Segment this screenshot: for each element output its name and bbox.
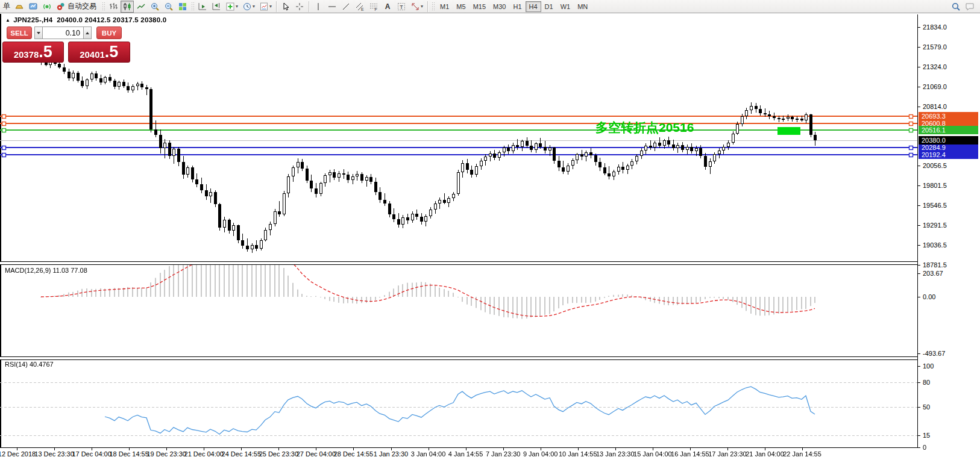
time-label: 10 Jan 14:55 <box>559 450 597 458</box>
periods-icon[interactable]: ▾ <box>240 1 257 13</box>
chart-shift-icon[interactable] <box>210 1 223 13</box>
volume-decrease-button[interactable] <box>34 26 43 39</box>
auto-scroll-icon[interactable] <box>196 1 209 13</box>
timeframe-W1[interactable]: W1 <box>557 1 574 12</box>
signals-icon[interactable] <box>40 1 54 13</box>
chevron-down-icon: ▾ <box>253 4 255 9</box>
time-label: 21 Dec 04:00 <box>184 450 224 458</box>
text-label-icon[interactable]: T <box>395 1 408 13</box>
axis-tick-label: 20814.0 <box>923 103 947 110</box>
trendline-icon[interactable] <box>339 1 353 13</box>
price-axis[interactable]: 21834.021579.021324.021069.020814.020056… <box>917 14 980 448</box>
autotrading-label: 自动交易 <box>66 1 98 11</box>
axis-tick-mark <box>918 407 920 408</box>
search-icon[interactable] <box>949 1 963 13</box>
candlestick-chart-icon[interactable] <box>121 1 134 13</box>
buy-button[interactable]: BUY <box>96 26 122 39</box>
time-label: 18 Dec 14:55 <box>109 450 148 458</box>
macd-indicator-label: MACD(12,26,9) 11.03 77.08 <box>5 267 87 274</box>
bar-chart-icon[interactable] <box>107 1 120 13</box>
sell-price-box[interactable]: 20378.5 <box>2 42 64 63</box>
volume-input[interactable] <box>43 26 83 39</box>
chart-ohlc-values: 20400.0 20412.5 20317.5 20380.0 <box>57 16 166 23</box>
buy-price-frac: .5 <box>105 43 119 61</box>
toolbar-separator <box>427 1 428 12</box>
time-label: 16 Jan 14:55 <box>671 450 709 458</box>
toolbar-grip <box>102 2 105 11</box>
buy-price-box[interactable]: 20401.5 <box>68 42 131 63</box>
time-label: 7 Jan 23:30 <box>486 450 521 458</box>
time-label: 9 Jan 04:00 <box>523 450 558 458</box>
fibonacci-icon[interactable]: F <box>367 1 380 13</box>
crosshair-icon[interactable] <box>293 1 306 13</box>
axis-tick-label: 0.00 <box>923 293 935 300</box>
sell-button[interactable]: SELL <box>7 26 32 39</box>
time-label: 27 Dec 04:00 <box>297 450 336 458</box>
timeframe-H1[interactable]: H1 <box>509 1 525 12</box>
time-label: 28 Dec 14:55 <box>334 450 373 458</box>
panel-expander-icon[interactable]: ▲ <box>5 17 10 23</box>
text-icon[interactable]: A <box>381 1 394 13</box>
gold-ingot-icon[interactable] <box>13 1 26 13</box>
time-label: 25 Dec 23:30 <box>259 450 298 458</box>
templates-icon[interactable]: ▾ <box>257 1 274 13</box>
chart-profile-icon[interactable] <box>27 1 40 13</box>
vertical-line-icon[interactable] <box>312 1 325 13</box>
axis-tick-label: 19291.5 <box>923 222 947 229</box>
axis-tick-mark <box>918 205 920 206</box>
axis-tick-label: 50 <box>923 403 930 411</box>
axis-tick-label: 18781.5 <box>923 261 947 269</box>
zoom-out-icon[interactable] <box>162 1 175 13</box>
axis-tick-mark <box>918 67 920 67</box>
axis-tick-label: 21069.0 <box>923 83 947 90</box>
axis-tick-label: 19546.5 <box>923 202 947 209</box>
axis-tick-label: 21324.0 <box>923 63 947 70</box>
axis-tick-mark <box>918 447 920 448</box>
axis-tick-label: 21834.0 <box>923 23 947 31</box>
autotrading-button[interactable]: 自动交易 <box>54 1 100 13</box>
timeframe-M5[interactable]: M5 <box>453 1 469 12</box>
timeframe-MN[interactable]: MN <box>574 1 591 12</box>
buy-price-int: 20401 <box>80 49 105 60</box>
macd-pane-splitter[interactable] <box>0 261 980 265</box>
axis-tick-mark <box>918 225 920 226</box>
timeframe-D1[interactable]: D1 <box>541 1 557 12</box>
timeframe-M30[interactable]: M30 <box>489 1 509 12</box>
chart-title: ▲JPN225-,H4 20400.0 20412.5 20317.5 2038… <box>5 16 166 23</box>
tile-windows-icon[interactable] <box>176 1 189 13</box>
sell-price-int: 20378 <box>14 49 39 60</box>
indicators-icon[interactable]: ▾ <box>224 1 240 13</box>
chart-canvas[interactable] <box>0 14 917 448</box>
axis-tick-mark <box>918 185 920 186</box>
time-label: 13 Dec 23:30 <box>34 450 74 458</box>
axis-tick-label: 21579.0 <box>923 43 947 51</box>
horizontal-line-icon[interactable] <box>325 1 339 13</box>
time-label: 13 Jan 23:30 <box>596 450 635 458</box>
zoom-in-icon[interactable] <box>148 1 162 13</box>
time-label: 4 Jan 14:55 <box>448 450 483 458</box>
timeframe-M15[interactable]: M15 <box>470 1 489 12</box>
time-axis[interactable]: 12 Dec 201813 Dec 23:3017 Dec 04:0018 De… <box>0 448 917 463</box>
price-tag: 20516.1 <box>919 126 978 134</box>
volume-increase-button[interactable] <box>83 26 92 39</box>
new-order-button[interactable]: 单 <box>1 1 12 11</box>
axis-tick-mark <box>918 297 920 297</box>
svg-text:E: E <box>361 7 364 11</box>
one-click-trading-panel: SELL BUY 20378.5 20401.5 <box>2 26 130 63</box>
timeframe-H4[interactable]: H4 <box>526 1 541 12</box>
time-label: 24 Dec 14:55 <box>222 450 261 458</box>
timeframe-M1[interactable]: M1 <box>436 1 453 12</box>
time-label: 1 Jan 23:30 <box>374 450 409 458</box>
axis-tick-label: 203.67 <box>923 270 943 277</box>
rsi-indicator-label: RSI(14) 40.4767 <box>5 361 54 368</box>
equidistant-channel-icon[interactable]: E <box>353 1 366 13</box>
line-chart-icon[interactable] <box>134 1 148 13</box>
sell-price-frac: .5 <box>39 43 52 61</box>
time-label: 19 Dec 23:30 <box>146 450 186 458</box>
cursor-icon[interactable] <box>279 1 292 13</box>
axis-tick-mark <box>918 87 920 87</box>
chat-icon[interactable] <box>963 1 976 13</box>
rsi-pane-splitter[interactable] <box>0 356 980 360</box>
arrows-icon[interactable]: ▾ <box>409 1 425 13</box>
axis-tick-label: 19036.5 <box>923 241 947 249</box>
